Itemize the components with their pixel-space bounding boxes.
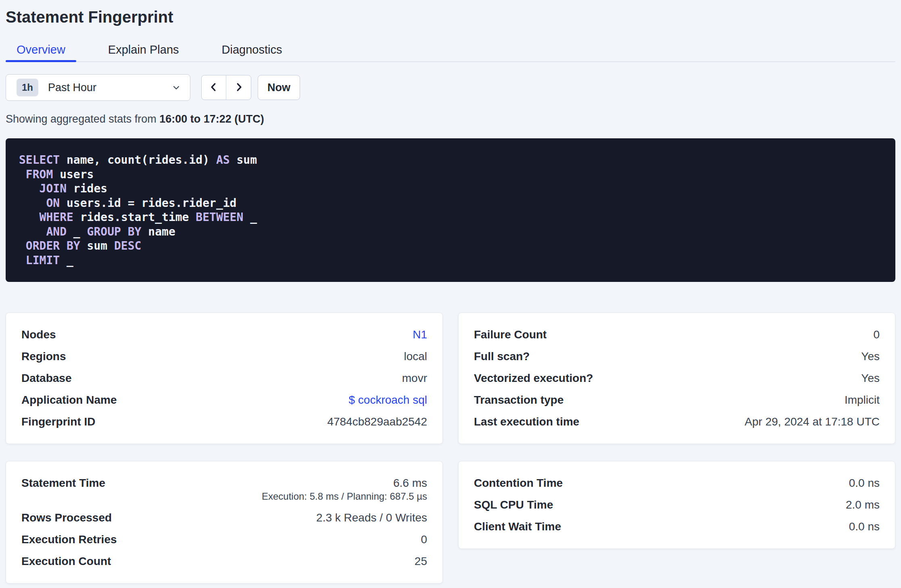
sql-text: _: [243, 211, 257, 224]
row-value-column: 25: [415, 550, 427, 572]
sql-keyword: BETWEEN: [196, 211, 243, 224]
summary-row-database: Databasemovr: [21, 367, 427, 389]
row-value: Apr 29, 2024 at 17:18 UTC: [745, 411, 880, 433]
execution-attributes-card: Failure Count0Full scan?YesVectorized ex…: [458, 313, 895, 444]
summary-row-nodes: NodesN1: [21, 324, 427, 346]
sql-keyword: LIMIT: [26, 254, 60, 267]
row-value-column: local: [404, 346, 427, 367]
row-value: 0.0 ns: [849, 516, 880, 538]
sql-keyword: SELECT: [19, 153, 60, 167]
sql-line: WHERE rides.start_time BETWEEN _: [19, 210, 882, 225]
row-label: Database: [21, 367, 72, 389]
row-value-column: 4784cb829aab2542: [327, 411, 427, 433]
statement-timing-card: Statement Time6.6 msExecution: 5.8 ms / …: [6, 461, 443, 584]
row-value: local: [404, 346, 427, 367]
summary-row-application-name: Application Name$ cockroach sql: [21, 389, 427, 411]
row-value: 2.0 ms: [846, 494, 880, 516]
wait-times-card: Contention Time0.0 nsSQL CPU Time2.0 msC…: [458, 461, 895, 549]
row-value-column: N1: [413, 324, 427, 346]
row-label: Client Wait Time: [474, 516, 561, 538]
summary-row-execution-retries: Execution Retries0: [21, 529, 427, 550]
sql-keyword: GROUP BY: [87, 225, 142, 238]
row-label: Execution Retries: [21, 529, 117, 550]
row-value-column: Implicit: [845, 389, 880, 411]
sql-line: LIMIT _: [19, 253, 882, 268]
row-value-column: 2.0 ms: [846, 494, 880, 516]
sql-line: ORDER BY sum DESC: [19, 239, 882, 253]
row-value-column: Apr 29, 2024 at 17:18 UTC: [745, 411, 880, 433]
row-label: Transaction type: [474, 389, 564, 411]
sql-text: [19, 239, 26, 252]
next-range-button[interactable]: [226, 75, 251, 100]
tab-explain-plans[interactable]: Explain Plans: [97, 39, 190, 61]
sql-keyword: DESC: [114, 239, 141, 252]
now-button[interactable]: Now: [258, 75, 300, 100]
row-value: 4784cb829aab2542: [327, 411, 427, 433]
sql-keyword: AND: [46, 225, 67, 238]
chevron-left-icon: [209, 82, 219, 94]
sql-text: users.id = rides.rider_id: [60, 196, 236, 210]
sql-keyword: FROM: [26, 168, 53, 181]
sql-keyword: JOIN: [40, 182, 67, 195]
row-value-column: movr: [402, 367, 427, 389]
sql-text: name, count(rides.id): [60, 153, 216, 167]
row-value: 25: [415, 550, 427, 572]
row-value-column: 0.0 ns: [849, 516, 880, 538]
row-label: Statement Time: [21, 472, 105, 507]
sql-text: sum: [80, 239, 114, 252]
summary-row-last-execution-time: Last execution timeApr 29, 2024 at 17:18…: [474, 411, 880, 433]
sql-text: users: [53, 168, 94, 181]
sql-text: _: [67, 225, 87, 238]
sql-text: name: [141, 225, 175, 238]
summary-row-rows-processed: Rows Processed2.3 k Reads / 0 Writes: [21, 507, 427, 529]
sql-statement-box: SELECT name, count(rides.id) AS sum FROM…: [6, 138, 895, 282]
row-value: 2.3 k Reads / 0 Writes: [316, 507, 427, 529]
row-value-column: 0.0 ns: [849, 472, 880, 494]
row-label: Application Name: [21, 389, 117, 411]
row-label: Fingerprint ID: [21, 411, 96, 433]
row-value-column: 2.3 k Reads / 0 Writes: [316, 507, 427, 529]
row-value-link[interactable]: N1: [413, 324, 427, 346]
sql-line: FROM users: [19, 167, 882, 182]
sql-keyword: ORDER BY: [26, 239, 80, 252]
sql-text: [19, 196, 46, 210]
row-value-link[interactable]: $ cockroach sql: [348, 389, 427, 411]
row-value: 0.0 ns: [849, 472, 880, 494]
row-value-column: 0: [421, 529, 427, 550]
row-label: Vectorized execution?: [474, 367, 593, 389]
row-value: Yes: [861, 367, 880, 389]
stats-line-range: 16:00 to 17:22 (UTC): [159, 113, 264, 125]
summary-row-statement-time: Statement Time6.6 msExecution: 5.8 ms / …: [21, 472, 427, 507]
sql-text: rides.start_time: [73, 211, 196, 224]
tab-bar: OverviewExplain PlansDiagnostics: [6, 39, 895, 62]
sql-text: [19, 182, 40, 195]
prev-range-button[interactable]: [202, 75, 226, 100]
row-value: movr: [402, 367, 427, 389]
tab-overview[interactable]: Overview: [6, 39, 76, 61]
sql-line: JOIN rides: [19, 181, 882, 196]
sql-line: SELECT name, count(rides.id) AS sum: [19, 153, 882, 167]
chevron-right-icon: [234, 82, 244, 94]
summary-row-vectorized-execution: Vectorized execution?Yes: [474, 367, 880, 389]
row-value: 0: [421, 529, 427, 550]
row-value-column: $ cockroach sql: [348, 389, 427, 411]
row-label: Rows Processed: [21, 507, 112, 529]
summary-row-regions: Regionslocal: [21, 346, 427, 367]
sql-text: rides: [67, 182, 107, 195]
chevron-down-icon: [171, 83, 181, 92]
sql-line: AND _ GROUP BY name: [19, 225, 882, 239]
page-title: Statement Fingerprint: [6, 7, 895, 27]
tab-diagnostics[interactable]: Diagnostics: [211, 39, 293, 61]
time-range-dropdown[interactable]: 1h Past Hour: [6, 74, 190, 101]
row-label: Contention Time: [474, 472, 563, 494]
time-range-badge: 1h: [17, 79, 38, 96]
summary-row-transaction-type: Transaction typeImplicit: [474, 389, 880, 411]
sql-text: [19, 225, 46, 238]
row-label: SQL CPU Time: [474, 494, 553, 516]
sql-keyword: AS: [216, 153, 230, 167]
summary-row-fingerprint-id: Fingerprint ID4784cb829aab2542: [21, 411, 427, 433]
sql-line: ON users.id = rides.rider_id: [19, 196, 882, 211]
summary-row-execution-count: Execution Count25: [21, 550, 427, 572]
row-value-column: 0: [873, 324, 880, 346]
summary-row-failure-count: Failure Count0: [474, 324, 880, 346]
